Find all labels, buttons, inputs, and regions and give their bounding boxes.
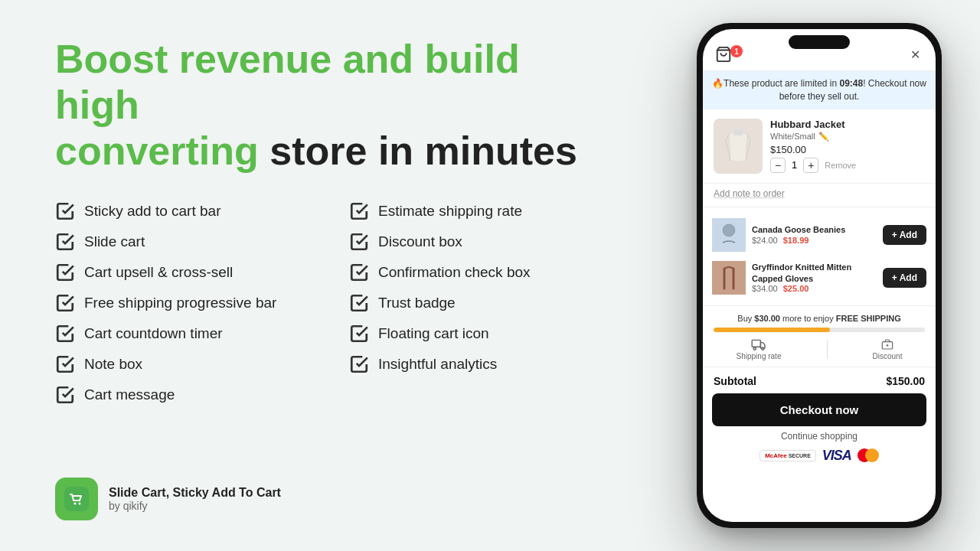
feature-countdown: Cart countdown timer [55,324,318,344]
upsell-name-2: Gryffindor Knitted Mitten Capped Gloves [752,262,877,284]
check-icon-8 [349,201,369,221]
svg-point-10 [753,347,756,350]
remove-link[interactable]: Remove [825,161,856,170]
progress-fill [714,328,830,332]
item-variant: White/Small ✏️ [770,132,925,142]
discount-icon [880,338,895,350]
features-left-col: Sticky add to cart bar Slide cart Cart u… [55,201,318,405]
timer-banner: 🔥These product are limited in 09:48! Che… [703,71,936,109]
shipping-rate-item: Shipping rate [737,338,782,360]
upsell-section: Canada Goose Beanies $24.00 $18.99 + Add [703,207,936,306]
subtotal-label: Subtotal [714,375,756,387]
mastercard-badge [858,448,879,462]
add-upsell-2-button[interactable]: + Add [883,268,926,288]
feature-estimate-shipping: Estimate shipping rate [349,201,612,221]
subtotal-value: $150.00 [886,375,925,387]
feature-sticky-cart: Sticky add to cart bar [55,201,318,221]
mcafee-badge: McAfee SECURE [760,450,816,461]
app-branding: Slide Cart, Sticky Add To Cart by qikify [55,478,612,520]
shipping-bar: Buy $30.00 more to enjoy FREE SHIPPING S… [703,306,936,367]
upsell-image-1 [712,218,746,252]
check-icon-5 [55,324,75,344]
discount-item: Discount [873,338,903,360]
qty-decrease[interactable]: − [770,158,786,173]
feature-upsell: Cart upsell & cross-sell [55,262,318,282]
app-text: Slide Cart, Sticky Add To Cart by qikify [109,486,281,512]
features-right-col: Estimate shipping rate Discount box Conf… [349,201,612,405]
check-icon-3 [55,262,75,282]
cart-icon [715,46,732,63]
check-icon-2 [55,232,75,252]
headline-rest: store in minutes [259,129,577,173]
left-panel: Boost revenue and build high converting … [0,0,658,551]
truck-icon [751,338,766,350]
upsell-prices-1: $24.00 $18.99 [752,236,877,245]
upsell-name-1: Canada Goose Beanies [752,224,877,235]
check-icon-7 [55,385,75,405]
check-icon-12 [349,324,369,344]
check-icon-13 [349,354,369,374]
timer-time: 09:48 [839,78,863,89]
item-name: Hubbard Jacket [770,119,925,130]
headline-green: Boost revenue and build high [55,37,520,127]
subtotal-row: Subtotal $150.00 [703,367,936,393]
check-icon-11 [349,293,369,313]
phone-notch [789,35,850,49]
visa-badge: VISA [822,448,851,464]
add-note-link[interactable]: Add note to order [703,184,936,207]
upsell-item-1: Canada Goose Beanies $24.00 $18.99 + Add [703,214,936,256]
feature-note: Note box [55,354,318,374]
feature-message: Cart message [55,385,318,405]
trust-badges: McAfee SECURE VISA [703,448,936,470]
svg-rect-8 [712,261,746,295]
check-icon-10 [349,262,369,282]
phone-frame: 1 ✕ 🔥These product are limited in 09:48!… [697,23,942,528]
feature-floating-cart: Floating cart icon [349,324,612,344]
shipping-text: Buy $30.00 more to enjoy FREE SHIPPING [714,314,925,323]
qty-value: 1 [792,159,797,171]
upsell-item-2: Gryffindor Knitted Mitten Capped Gloves … [703,256,936,299]
check-icon-9 [349,232,369,252]
progress-track [714,328,925,332]
edit-icon[interactable]: ✏️ [818,132,829,142]
checkout-button[interactable]: Checkout now [712,393,926,426]
svg-rect-5 [733,129,743,135]
phone-screen: 1 ✕ 🔥These product are limited in 09:48!… [703,29,936,522]
upsell-info-1: Canada Goose Beanies $24.00 $18.99 [752,224,877,244]
svg-point-1 [74,503,77,505]
feature-analytics: Insightful analytics [349,354,612,374]
item-image [714,119,763,174]
shipping-icons: Shipping rate Discount [714,338,925,360]
check-icon [55,201,75,221]
right-panel: 1 ✕ 🔥These product are limited in 09:48!… [658,0,980,551]
close-button[interactable]: ✕ [906,46,923,63]
svg-rect-9 [752,340,760,347]
upsell-info-2: Gryffindor Knitted Mitten Capped Gloves … [752,262,877,293]
svg-rect-0 [64,487,89,511]
item-details: Hubbard Jacket White/Small ✏️ $150.00 − … [770,119,925,174]
features-grid: Sticky add to cart bar Slide cart Cart u… [55,201,612,405]
cart-item: Hubbard Jacket White/Small ✏️ $150.00 − … [703,109,936,184]
timer-text-before: 🔥These product are limited in [712,78,839,89]
app-name: Slide Cart, Sticky Add To Cart [109,486,281,500]
feature-trust: Trust badge [349,293,612,313]
item-price: $150.00 [770,144,925,155]
check-icon-4 [55,293,75,313]
discount-label: Discount [873,352,903,360]
feature-slide-cart: Slide cart [55,232,318,252]
headline-converting: converting [55,129,259,173]
shipping-rate-label: Shipping rate [737,352,782,360]
cart-badge: 1 [730,45,743,57]
svg-point-7 [723,224,735,236]
qty-increase[interactable]: + [803,158,818,173]
cart-icon-wrap: 1 [715,46,743,63]
add-upsell-1-button[interactable]: + Add [883,225,926,245]
app-by: by qikify [109,500,281,512]
continue-shopping-link[interactable]: Continue shopping [703,431,936,442]
upsell-prices-2: $34.00 $25.00 [752,284,877,293]
feature-shipping-bar: Free shipping progressive bar [55,293,318,313]
feature-discount: Discount box [349,232,612,252]
qty-controls: − 1 + Remove [770,158,925,173]
upsell-image-2 [712,261,746,295]
app-logo [55,478,98,520]
